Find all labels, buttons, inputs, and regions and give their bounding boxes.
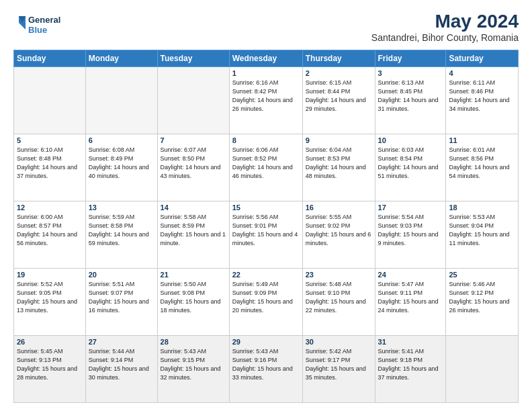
day-number: 6 [89,136,154,144]
day-number: 27 [89,338,154,346]
day-info: Sunrise: 5:42 AM Sunset: 9:17 PM Dayligh… [306,347,372,382]
calendar-week-row: 19Sunrise: 5:52 AM Sunset: 9:05 PM Dayli… [14,269,519,336]
day-number: 20 [89,271,154,279]
day-number: 21 [161,271,226,279]
col-monday: Monday [85,50,157,67]
day-info: Sunrise: 5:48 AM Sunset: 9:10 PM Dayligh… [306,280,372,315]
col-wednesday: Wednesday [229,50,302,67]
day-number: 5 [17,136,83,144]
calendar-week-row: 12Sunrise: 6:00 AM Sunset: 8:57 PM Dayli… [14,201,519,269]
table-row: 14Sunrise: 5:58 AM Sunset: 8:59 PM Dayli… [157,201,229,269]
day-info: Sunrise: 5:50 AM Sunset: 9:08 PM Dayligh… [161,280,226,315]
table-row: 13Sunrise: 5:59 AM Sunset: 8:58 PM Dayli… [85,201,157,269]
day-number: 9 [306,136,372,144]
day-info: Sunrise: 6:01 AM Sunset: 8:56 PM Dayligh… [449,146,515,181]
day-number: 10 [378,136,443,144]
table-row: 9Sunrise: 6:04 AM Sunset: 8:53 PM Daylig… [302,134,375,201]
day-info: Sunrise: 6:07 AM Sunset: 8:50 PM Dayligh… [161,146,226,181]
table-row: 29Sunrise: 5:43 AM Sunset: 9:16 PM Dayli… [229,336,302,403]
table-row: 31Sunrise: 5:41 AM Sunset: 9:18 PM Dayli… [375,336,446,403]
table-row: 19Sunrise: 5:52 AM Sunset: 9:05 PM Dayli… [14,269,86,336]
col-friday: Friday [375,50,446,67]
day-info: Sunrise: 5:45 AM Sunset: 9:13 PM Dayligh… [17,347,83,382]
table-row: 1Sunrise: 6:16 AM Sunset: 8:42 PM Daylig… [229,67,302,134]
table-row [85,67,157,134]
day-info: Sunrise: 6:11 AM Sunset: 8:46 PM Dayligh… [449,79,515,113]
day-info: Sunrise: 5:46 AM Sunset: 9:12 PM Dayligh… [449,280,515,315]
day-info: Sunrise: 5:52 AM Sunset: 9:05 PM Dayligh… [17,280,83,315]
location: Santandrei, Bihor County, Romania [371,32,519,43]
table-row: 6Sunrise: 6:08 AM Sunset: 8:49 PM Daylig… [85,134,157,201]
day-number: 4 [449,69,515,77]
table-row: 25Sunrise: 5:46 AM Sunset: 9:12 PM Dayli… [446,269,519,336]
day-number: 28 [161,338,226,346]
col-sunday: Sunday [14,50,86,67]
calendar-table: Sunday Monday Tuesday Wednesday Thursday… [13,50,519,403]
day-number: 15 [232,203,300,212]
day-number: 16 [306,203,372,212]
day-info: Sunrise: 6:16 AM Sunset: 8:42 PM Dayligh… [232,79,300,113]
day-info: Sunrise: 6:10 AM Sunset: 8:48 PM Dayligh… [17,146,83,181]
table-row: 18Sunrise: 5:53 AM Sunset: 9:04 PM Dayli… [446,201,519,269]
day-info: Sunrise: 5:58 AM Sunset: 8:59 PM Dayligh… [161,213,226,248]
table-row: 26Sunrise: 5:45 AM Sunset: 9:13 PM Dayli… [14,336,86,403]
table-row: 15Sunrise: 5:56 AM Sunset: 9:01 PM Dayli… [229,201,302,269]
day-info: Sunrise: 6:00 AM Sunset: 8:57 PM Dayligh… [17,213,83,248]
table-row: 30Sunrise: 5:42 AM Sunset: 9:17 PM Dayli… [302,336,375,403]
table-row: 2Sunrise: 6:15 AM Sunset: 8:44 PM Daylig… [302,67,375,134]
day-number: 3 [378,69,443,77]
day-number: 26 [17,338,83,346]
logo-svg: General Blue [13,11,74,41]
day-number: 31 [378,338,443,346]
day-info: Sunrise: 5:53 AM Sunset: 9:04 PM Dayligh… [449,213,515,248]
calendar-header-row: Sunday Monday Tuesday Wednesday Thursday… [14,50,519,67]
day-number: 24 [378,271,443,279]
table-row [14,67,86,134]
day-number: 17 [378,203,443,212]
day-number: 23 [306,271,372,279]
day-info: Sunrise: 5:56 AM Sunset: 9:01 PM Dayligh… [232,213,300,248]
day-info: Sunrise: 5:47 AM Sunset: 9:11 PM Dayligh… [378,280,443,315]
day-number: 11 [449,136,515,144]
page: General Blue May 2024 Santandrei, Bihor … [0,0,532,411]
day-info: Sunrise: 5:51 AM Sunset: 9:07 PM Dayligh… [89,280,154,315]
day-info: Sunrise: 5:55 AM Sunset: 9:02 PM Dayligh… [306,213,372,248]
day-number: 1 [232,69,300,77]
svg-text:Blue: Blue [28,25,47,35]
day-number: 7 [161,136,226,144]
day-info: Sunrise: 5:54 AM Sunset: 9:03 PM Dayligh… [378,213,443,248]
table-row: 5Sunrise: 6:10 AM Sunset: 8:48 PM Daylig… [14,134,86,201]
table-row [157,67,229,134]
day-info: Sunrise: 5:41 AM Sunset: 9:18 PM Dayligh… [378,347,443,382]
table-row: 10Sunrise: 6:03 AM Sunset: 8:54 PM Dayli… [375,134,446,201]
table-row: 23Sunrise: 5:48 AM Sunset: 9:10 PM Dayli… [302,269,375,336]
day-number: 19 [17,271,83,279]
logo-area: General Blue [13,11,74,41]
day-info: Sunrise: 6:06 AM Sunset: 8:52 PM Dayligh… [232,146,300,181]
day-info: Sunrise: 6:13 AM Sunset: 8:45 PM Dayligh… [378,79,443,113]
table-row: 4Sunrise: 6:11 AM Sunset: 8:46 PM Daylig… [446,67,519,134]
day-number: 13 [89,203,154,212]
day-info: Sunrise: 6:03 AM Sunset: 8:54 PM Dayligh… [378,146,443,181]
day-info: Sunrise: 5:44 AM Sunset: 9:14 PM Dayligh… [89,347,154,382]
svg-text:General: General [28,15,60,25]
col-thursday: Thursday [302,50,375,67]
table-row: 27Sunrise: 5:44 AM Sunset: 9:14 PM Dayli… [85,336,157,403]
day-number: 22 [232,271,300,279]
day-number: 29 [232,338,300,346]
calendar-week-row: 5Sunrise: 6:10 AM Sunset: 8:48 PM Daylig… [14,134,519,201]
col-tuesday: Tuesday [157,50,229,67]
table-row: 11Sunrise: 6:01 AM Sunset: 8:56 PM Dayli… [446,134,519,201]
table-row [446,336,519,403]
day-info: Sunrise: 5:59 AM Sunset: 8:58 PM Dayligh… [89,213,154,248]
day-info: Sunrise: 6:04 AM Sunset: 8:53 PM Dayligh… [306,146,372,181]
table-row: 24Sunrise: 5:47 AM Sunset: 9:11 PM Dayli… [375,269,446,336]
title-area: May 2024 Santandrei, Bihor County, Roman… [371,11,519,43]
header: General Blue May 2024 Santandrei, Bihor … [13,11,519,43]
day-number: 30 [306,338,372,346]
day-info: Sunrise: 6:08 AM Sunset: 8:49 PM Dayligh… [89,146,154,181]
table-row: 28Sunrise: 5:43 AM Sunset: 9:15 PM Dayli… [157,336,229,403]
calendar-week-row: 1Sunrise: 6:16 AM Sunset: 8:42 PM Daylig… [14,67,519,134]
day-number: 8 [232,136,300,144]
day-info: Sunrise: 6:15 AM Sunset: 8:44 PM Dayligh… [306,79,372,113]
